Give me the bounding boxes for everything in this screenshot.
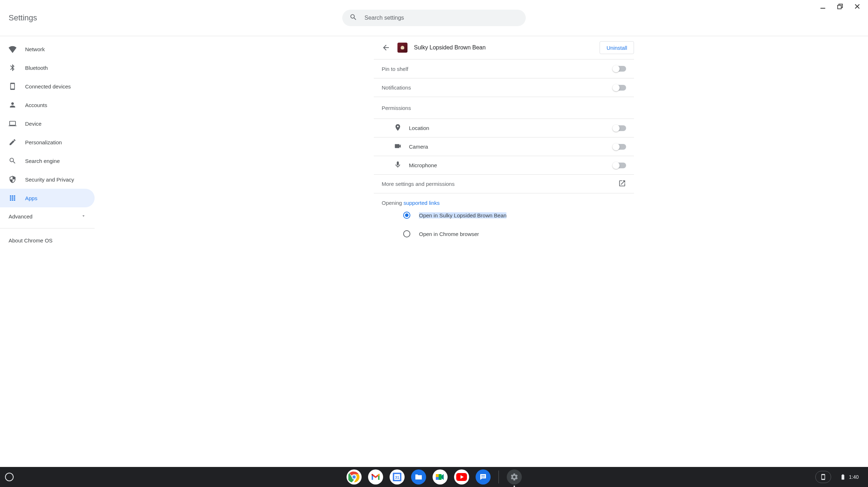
microphone-icon (394, 161, 402, 170)
svg-rect-15 (436, 477, 439, 480)
sidebar-about[interactable]: About Chrome OS (0, 231, 95, 249)
permission-camera-row: Camera (374, 137, 634, 156)
sidebar-item-accounts[interactable]: Accounts (0, 96, 95, 114)
pin-to-shelf-label: Pin to shelf (382, 66, 408, 72)
permission-location-label: Location (409, 125, 429, 131)
back-button[interactable] (381, 43, 391, 53)
shelf-app-files[interactable] (411, 469, 426, 484)
permission-location-row: Location (374, 119, 634, 137)
tray-status[interactable]: 1:40 (835, 471, 863, 483)
chevron-down-icon (81, 213, 86, 220)
bluetooth-icon (9, 64, 16, 72)
sidebar-item-label: Security and Privacy (25, 177, 74, 183)
opening-prefix: Opening (382, 200, 404, 206)
sidebar-item-label: Accounts (25, 102, 47, 108)
opening-section: Opening supported links Open in Sulky Lo… (374, 193, 634, 243)
sidebar-item-bluetooth[interactable]: Bluetooth (0, 58, 95, 77)
sidebar-item-label: Personalization (25, 139, 62, 145)
radio-open-in-browser[interactable]: Open in Chrome browser (382, 225, 626, 243)
minimize-icon[interactable] (819, 3, 826, 11)
radio-button-selected[interactable] (403, 212, 410, 219)
search-container[interactable] (342, 10, 526, 26)
camera-icon (394, 142, 402, 151)
main-content: Sulky Lopsided Brown Bean Uninstall Pin … (95, 36, 868, 467)
radio-open-in-app-label: Open in Sulky Lopsided Brown Bean (419, 212, 506, 218)
sidebar-item-label: Search engine (25, 158, 60, 164)
sidebar-about-label: About Chrome OS (9, 237, 53, 244)
sidebar: Network Bluetooth Connected devices Acco… (0, 36, 95, 467)
search-icon (349, 13, 357, 23)
permission-microphone-label: Microphone (409, 162, 437, 168)
sidebar-item-device[interactable]: Device (0, 114, 95, 133)
radio-open-in-app[interactable]: Open in Sulky Lopsided Brown Bean (382, 206, 626, 225)
apps-icon (9, 194, 16, 202)
sidebar-item-label: Bluetooth (25, 65, 48, 71)
restore-icon[interactable] (836, 3, 844, 11)
shelf-app-calendar[interactable]: 31 (390, 469, 405, 484)
wifi-icon (9, 45, 16, 53)
opening-header: Opening supported links (382, 200, 626, 206)
permission-microphone-toggle[interactable] (613, 163, 626, 168)
settings-header: Settings (0, 0, 868, 36)
close-icon[interactable] (854, 3, 861, 11)
notifications-toggle[interactable] (613, 85, 626, 91)
permissions-header: Permissions (374, 97, 634, 119)
pin-to-shelf-row: Pin to shelf (374, 59, 634, 78)
more-settings-label: More settings and permissions (382, 181, 454, 187)
sidebar-item-security[interactable]: Security and Privacy (0, 170, 95, 189)
shelf-app-youtube[interactable] (454, 469, 469, 484)
shield-icon (9, 175, 16, 183)
app-header: Sulky Lopsided Brown Bean Uninstall (374, 36, 634, 59)
svg-text:31: 31 (395, 475, 399, 479)
sidebar-item-personalization[interactable]: Personalization (0, 133, 95, 151)
sidebar-item-label: Device (25, 121, 42, 127)
person-icon (9, 101, 16, 109)
shelf-divider (499, 471, 499, 483)
sidebar-item-apps[interactable]: Apps (0, 189, 95, 207)
sidebar-advanced[interactable]: Advanced (0, 207, 95, 225)
open-external-icon (618, 179, 626, 189)
shelf-app-chrome[interactable] (347, 469, 362, 484)
sidebar-item-label: Network (25, 46, 45, 52)
divider (0, 228, 95, 228)
radio-open-in-browser-label: Open in Chrome browser (419, 231, 479, 237)
tray-time: 1:40 (849, 474, 859, 480)
supported-links-link[interactable]: supported links (404, 200, 440, 206)
tray-phone-hub[interactable] (815, 471, 831, 483)
shelf-app-gmail[interactable] (368, 469, 383, 484)
permission-camera-label: Camera (409, 144, 428, 150)
sidebar-item-label: Apps (25, 195, 37, 201)
permission-location-toggle[interactable] (613, 125, 626, 131)
app-title: Sulky Lopsided Brown Bean (414, 44, 486, 51)
permission-camera-toggle[interactable] (613, 144, 626, 150)
pin-to-shelf-toggle[interactable] (613, 66, 626, 72)
battery-icon (840, 474, 846, 480)
phone-icon (9, 82, 16, 90)
search-input[interactable] (364, 15, 519, 21)
shelf-app-meet[interactable] (433, 469, 448, 484)
shelf: 31 1:40 (0, 467, 868, 487)
page-title: Settings (9, 13, 37, 23)
svg-rect-16 (439, 474, 442, 480)
more-settings-row[interactable]: More settings and permissions (374, 174, 634, 193)
permission-microphone-row: Microphone (374, 156, 634, 174)
sidebar-item-connected-devices[interactable]: Connected devices (0, 77, 95, 96)
svg-rect-1 (838, 5, 841, 9)
search-icon (9, 157, 16, 165)
uninstall-button[interactable]: Uninstall (600, 41, 634, 54)
radio-button[interactable] (403, 230, 410, 237)
sidebar-item-search-engine[interactable]: Search engine (0, 151, 95, 170)
sidebar-advanced-label: Advanced (9, 213, 33, 220)
location-icon (394, 124, 402, 133)
laptop-icon (9, 120, 16, 127)
svg-rect-14 (436, 474, 439, 477)
shelf-app-messages[interactable] (476, 469, 491, 484)
launcher-button[interactable] (5, 473, 14, 481)
notifications-row: Notifications (374, 78, 634, 97)
app-icon (397, 43, 407, 53)
notifications-label: Notifications (382, 85, 411, 91)
sidebar-item-network[interactable]: Network (0, 40, 95, 58)
edit-icon (9, 138, 16, 146)
sidebar-item-label: Connected devices (25, 83, 71, 90)
shelf-app-settings[interactable] (507, 469, 522, 484)
